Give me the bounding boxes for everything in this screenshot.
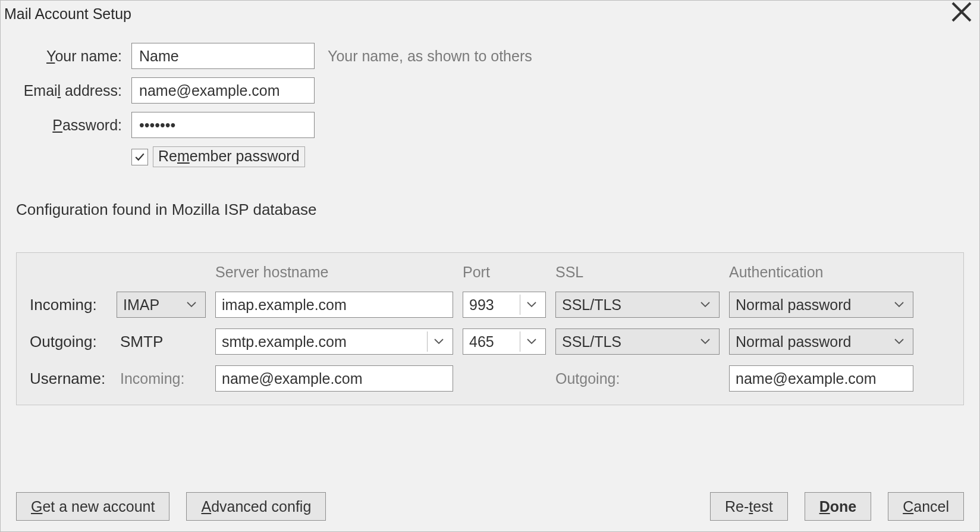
incoming-protocol-select[interactable]: IMAP (117, 292, 206, 318)
status-message: Configuration found in Mozilla ISP datab… (16, 201, 964, 219)
cancel-button[interactable]: Cancel (888, 492, 964, 521)
remember-password-checkbox[interactable] (131, 149, 148, 165)
retest-button[interactable]: Re-test (710, 492, 788, 521)
outgoing-ssl-select[interactable]: SSL/TLS (555, 328, 720, 355)
chevron-down-icon (183, 302, 200, 308)
header-authentication: Authentication (729, 264, 913, 281)
outgoing-auth-select[interactable]: Normal password (729, 328, 913, 355)
email-input[interactable] (131, 77, 315, 104)
server-config-panel: Server hostname Port SSL Authentication … (16, 252, 964, 405)
mail-account-setup-window: Mail Account Setup Your name: Your name,… (0, 0, 980, 532)
titlebar: Mail Account Setup (1, 1, 979, 25)
incoming-port-value: 993 (469, 296, 494, 314)
chevron-down-icon (890, 339, 908, 345)
content-area: Your name: Your name, as shown to others… (1, 25, 979, 405)
outgoing-port-value: 465 (469, 333, 494, 351)
outgoing-row-label: Outgoing: (30, 333, 107, 351)
incoming-port-select[interactable]: 993 (463, 292, 546, 318)
username-outgoing-sublabel: Outgoing: (555, 370, 720, 387)
outgoing-hostname-value: smtp.example.com (222, 333, 347, 351)
header-server-hostname: Server hostname (215, 264, 453, 281)
footer-buttons: Get a new account Advanced config Re-tes… (16, 492, 964, 521)
outgoing-hostname-select[interactable]: smtp.example.com (215, 328, 453, 355)
name-hint: Your name, as shown to others (328, 48, 532, 65)
incoming-hostname-input[interactable]: imap.example.com (215, 292, 453, 318)
password-input[interactable] (131, 112, 315, 138)
email-label: Email address: (16, 82, 131, 99)
get-new-account-button[interactable]: Get a new account (16, 492, 169, 521)
header-port: Port (463, 264, 546, 281)
chevron-down-icon (890, 302, 908, 308)
done-button[interactable]: Done (805, 492, 872, 521)
chevron-down-icon (523, 302, 541, 308)
incoming-ssl-value: SSL/TLS (562, 296, 621, 314)
incoming-hostname-value: imap.example.com (222, 296, 347, 314)
name-input[interactable] (131, 43, 315, 69)
username-outgoing-value: name@example.com (736, 370, 877, 387)
incoming-auth-select[interactable]: Normal password (729, 292, 913, 318)
chevron-down-icon (696, 339, 714, 345)
outgoing-port-select[interactable]: 465 (463, 328, 546, 355)
incoming-ssl-select[interactable]: SSL/TLS (555, 292, 720, 318)
username-incoming-value: name@example.com (222, 370, 363, 387)
username-outgoing-input[interactable]: name@example.com (729, 365, 913, 392)
name-label: Your name: (16, 48, 131, 65)
outgoing-protocol-value: SMTP (117, 333, 206, 351)
username-incoming-sublabel: Incoming: (117, 370, 206, 387)
close-icon[interactable] (950, 0, 973, 28)
outgoing-ssl-value: SSL/TLS (562, 333, 621, 351)
chevron-down-icon (696, 302, 714, 308)
outgoing-auth-value: Normal password (736, 333, 852, 351)
username-row-label: Username: (30, 370, 107, 388)
username-incoming-input[interactable]: name@example.com (215, 365, 453, 392)
header-ssl: SSL (555, 264, 720, 281)
chevron-down-icon (523, 339, 541, 345)
incoming-row-label: Incoming: (30, 296, 107, 314)
incoming-auth-value: Normal password (736, 296, 852, 314)
window-title: Mail Account Setup (4, 5, 131, 23)
password-label: Password: (16, 117, 131, 134)
incoming-protocol-value: IMAP (123, 296, 159, 314)
chevron-down-icon (430, 339, 448, 345)
remember-password-label[interactable]: Remember password (153, 146, 305, 167)
advanced-config-button[interactable]: Advanced config (186, 492, 326, 521)
